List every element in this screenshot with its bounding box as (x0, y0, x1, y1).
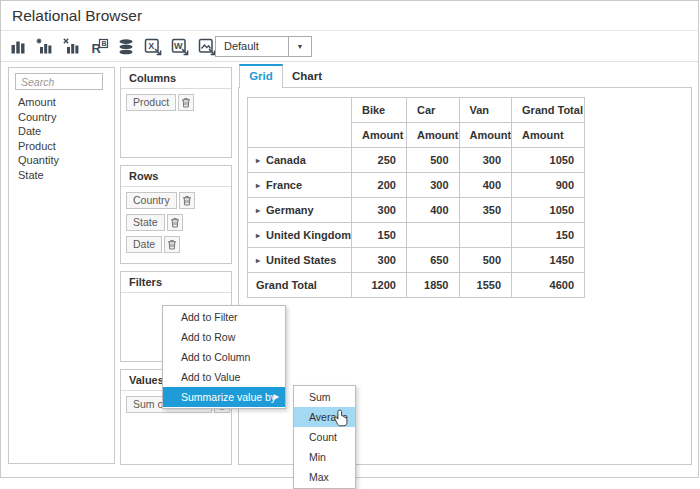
field-chip-date[interactable]: Date (126, 236, 231, 253)
value-cell: 1200 (351, 273, 406, 298)
value-cell: 150 (512, 223, 585, 248)
column-header-car[interactable]: Car (406, 98, 459, 123)
remove-field-button[interactable] (167, 214, 183, 231)
menu-item-add-to-column[interactable]: Add to Column (163, 347, 285, 367)
toolbar: R B X W (6, 36, 245, 57)
value-cell: 400 (406, 198, 459, 223)
database-connection-button[interactable] (114, 36, 137, 57)
field-item-country[interactable]: Country (18, 110, 112, 125)
table-row: ▸Germany 300 400 350 1050 (248, 198, 585, 223)
value-cell: 1850 (406, 273, 459, 298)
field-item-date[interactable]: Date (18, 124, 112, 139)
field-item-state[interactable]: State (18, 168, 112, 183)
value-cell: 900 (512, 173, 585, 198)
toolbar-divider (1, 61, 698, 62)
row-header-label: France (266, 179, 302, 191)
row-header-label: Germany (266, 204, 314, 216)
summarize-submenu: Sum Average Count Min Max (293, 385, 356, 489)
submenu-arrow-icon: ▶ (273, 387, 279, 407)
trash-icon (170, 217, 180, 228)
value-cell: 300 (459, 148, 512, 173)
value-cell: 1450 (512, 248, 585, 273)
report-dropdown-button[interactable]: ▼ (288, 36, 312, 57)
measure-header: Amount (459, 123, 512, 148)
remove-report-button[interactable] (60, 36, 83, 57)
expand-icon[interactable]: ▸ (256, 181, 260, 190)
report-dropdown: Default ▼ (215, 36, 312, 57)
filters-panel-header: Filters (121, 272, 231, 293)
field-item-amount[interactable]: Amount (18, 95, 112, 110)
trash-icon (182, 195, 192, 206)
add-report-icon (35, 37, 55, 57)
expand-icon[interactable]: ▸ (256, 206, 260, 215)
field-chip-label[interactable]: State (126, 214, 165, 231)
tab-grid[interactable]: Grid (239, 64, 283, 88)
value-cell: 1550 (459, 273, 512, 298)
expand-icon[interactable]: ▸ (256, 256, 260, 265)
pivot-grid-button[interactable] (6, 36, 29, 57)
row-header-united-kingdom[interactable]: ▸United Kingdom (248, 223, 352, 248)
field-chip-label[interactable]: Date (126, 236, 162, 253)
remove-field-button[interactable] (164, 236, 180, 253)
chevron-down-icon: ▼ (297, 43, 304, 50)
pivot-corner-cell (248, 98, 352, 148)
field-chip-country[interactable]: Country (126, 192, 231, 209)
row-header-france[interactable]: ▸France (248, 173, 352, 198)
submenu-item-sum[interactable]: Sum (294, 387, 355, 407)
submenu-item-max[interactable]: Max (294, 467, 355, 487)
grand-total-row: Grand Total 1200 1850 1550 4600 (248, 273, 585, 298)
columns-panel-header: Columns (121, 68, 231, 89)
value-cell: 650 (406, 248, 459, 273)
value-cell (406, 223, 459, 248)
field-chip-label[interactable]: Country (126, 192, 177, 209)
export-pdf-icon (197, 37, 217, 57)
row-header-germany[interactable]: ▸Germany (248, 198, 352, 223)
column-header-grand-total[interactable]: Grand Total (512, 98, 585, 123)
value-cell: 200 (351, 173, 406, 198)
field-list-panel: Amount Country Date Product Quantity Sta… (8, 67, 115, 464)
row-header-label: United States (266, 254, 336, 266)
field-chip-state[interactable]: State (126, 214, 231, 231)
page-title: Relational Browser (12, 7, 142, 25)
pivot-grid-icon (8, 37, 28, 57)
menu-item-add-to-row[interactable]: Add to Row (163, 327, 285, 347)
menu-item-label: Summarize value by (181, 391, 276, 403)
field-item-product[interactable]: Product (18, 139, 112, 154)
submenu-item-min[interactable]: Min (294, 447, 355, 467)
export-excel-button[interactable]: X (141, 36, 164, 57)
field-item-quantity[interactable]: Quantity (18, 153, 112, 168)
field-chip-product[interactable]: Product (126, 94, 231, 111)
tab-chart[interactable]: Chart (283, 66, 331, 88)
row-header-united-states[interactable]: ▸United States (248, 248, 352, 273)
menu-item-add-to-filter[interactable]: Add to Filter (163, 307, 285, 327)
expand-icon[interactable]: ▸ (256, 231, 260, 240)
trash-icon (167, 239, 177, 250)
remove-field-button[interactable] (178, 94, 194, 111)
expand-icon[interactable]: ▸ (256, 156, 260, 165)
add-report-button[interactable] (33, 36, 56, 57)
submenu-item-count[interactable]: Count (294, 427, 355, 447)
menu-item-summarize-value-by[interactable]: Summarize value by▶ (163, 387, 285, 407)
menu-item-add-to-value[interactable]: Add to Value (163, 367, 285, 387)
remove-field-button[interactable] (179, 192, 195, 209)
field-list: Amount Country Date Product Quantity Sta… (18, 95, 112, 183)
svg-text:X: X (148, 41, 154, 51)
row-header-grand-total: Grand Total (248, 273, 352, 298)
rows-panel-header: Rows (121, 166, 231, 187)
value-cell: 300 (351, 198, 406, 223)
relational-browser-app: Relational Browser R B (0, 0, 700, 489)
database-connection-icon (116, 37, 136, 57)
rename-report-button[interactable]: R B (87, 36, 110, 57)
column-header-bike[interactable]: Bike (351, 98, 406, 123)
value-cell: 400 (459, 173, 512, 198)
search-input[interactable] (15, 73, 103, 90)
export-word-button[interactable]: W (168, 36, 191, 57)
value-cell: 150 (351, 223, 406, 248)
column-header-van[interactable]: Van (459, 98, 512, 123)
export-word-icon: W (170, 37, 190, 57)
value-cell: 500 (459, 248, 512, 273)
table-row: ▸United Kingdom 150 150 (248, 223, 585, 248)
row-header-canada[interactable]: ▸Canada (248, 148, 352, 173)
field-chip-label[interactable]: Product (126, 94, 176, 111)
report-dropdown-value[interactable]: Default (215, 36, 289, 57)
